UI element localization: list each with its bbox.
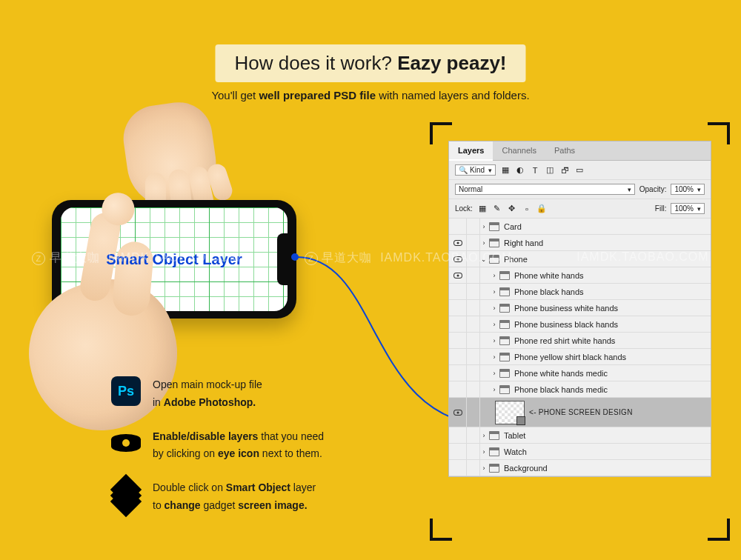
folder-icon xyxy=(499,385,510,394)
instruction-row: Double click on Smart Object layer to ch… xyxy=(111,479,430,515)
layer-row[interactable]: ›Watch xyxy=(449,444,711,460)
panel-tabs: Layers Channels Paths xyxy=(449,141,711,161)
expand-arrow[interactable]: › xyxy=(491,386,498,393)
visibility-toggle[interactable] xyxy=(449,381,467,397)
lock-position-icon[interactable]: ✥ xyxy=(507,204,517,213)
filter-smartobject-icon[interactable]: 🗗 xyxy=(559,166,570,175)
expand-arrow[interactable]: › xyxy=(480,223,488,230)
folder-icon xyxy=(489,239,499,247)
filter-adjustment-icon[interactable]: ◐ xyxy=(515,165,525,175)
tab-layers[interactable]: Layers xyxy=(449,141,493,161)
opacity-label: Opacity: xyxy=(639,185,667,193)
filter-type-icon[interactable]: T xyxy=(530,166,540,175)
tab-paths[interactable]: Paths xyxy=(545,141,584,160)
visibility-toggle[interactable] xyxy=(449,251,467,267)
layer-name: Watch xyxy=(502,447,527,456)
visibility-toggle[interactable] xyxy=(449,219,467,234)
layer-row[interactable]: ›Phone white hands medic xyxy=(449,365,711,381)
instructions: Ps Open main mock-up file in Adobe Photo… xyxy=(111,376,430,531)
layer-row[interactable]: ›Card xyxy=(449,219,711,235)
lock-pixels-icon[interactable]: ▦ xyxy=(477,204,488,213)
opacity-input[interactable]: 100% xyxy=(671,184,705,195)
layer-name: Phone white hands xyxy=(513,271,584,280)
blend-row: Normal Opacity: 100% xyxy=(449,180,711,199)
folder-icon xyxy=(489,447,499,456)
layer-name: Phone black hands xyxy=(513,287,584,296)
layer-row[interactable]: ›Phone yellow shirt black hands xyxy=(449,349,711,365)
smart-object-thumbnail[interactable] xyxy=(495,401,525,424)
filter-artboard-icon[interactable]: ▭ xyxy=(574,165,585,175)
visibility-toggle[interactable] xyxy=(449,316,467,332)
lock-col xyxy=(467,365,480,381)
expand-arrow[interactable]: › xyxy=(480,432,488,439)
lock-col xyxy=(467,398,480,427)
visibility-toggle[interactable] xyxy=(449,267,467,283)
lock-col xyxy=(467,349,480,364)
layer-row[interactable]: ›Phone red shirt white hands xyxy=(449,333,711,349)
layer-row[interactable]: ›Phone black hands xyxy=(449,284,711,300)
smart-object-layer[interactable]: <- PHONE SCREEN DESIGN xyxy=(449,398,711,427)
expand-arrow[interactable]: ⌄ xyxy=(480,256,488,263)
eye-icon xyxy=(453,410,462,416)
layer-row[interactable]: ›Phone business black hands xyxy=(449,316,711,333)
lock-brush-icon[interactable]: ✎ xyxy=(492,204,502,213)
visibility-toggle[interactable] xyxy=(449,460,467,476)
visibility-toggle[interactable] xyxy=(449,284,467,299)
expand-arrow[interactable]: › xyxy=(491,337,498,344)
visibility-toggle[interactable] xyxy=(449,427,467,443)
layer-row[interactable]: ⌄Phone xyxy=(449,251,711,267)
visibility-toggle[interactable] xyxy=(449,398,467,427)
blend-mode-select[interactable]: Normal xyxy=(455,184,635,195)
filter-kind-select[interactable]: 🔍 Kind xyxy=(455,164,496,176)
filter-image-icon[interactable]: ▦ xyxy=(500,165,511,175)
folder-icon xyxy=(499,320,510,329)
layer-name: Phone black hands medic xyxy=(513,385,608,394)
frame-corner xyxy=(430,519,452,541)
expand-arrow[interactable]: › xyxy=(491,321,498,328)
fill-input[interactable]: 100% xyxy=(671,203,705,214)
lock-all-icon[interactable]: 🔒 xyxy=(536,204,547,213)
visibility-toggle[interactable] xyxy=(449,333,467,348)
expand-arrow[interactable]: › xyxy=(480,448,488,456)
visibility-toggle[interactable] xyxy=(449,365,467,381)
layer-row[interactable]: ›Background xyxy=(449,460,711,476)
lock-col xyxy=(467,235,480,250)
layers-list: ›Card›Right hand⌄Phone›Phone white hands… xyxy=(449,219,711,476)
visibility-toggle[interactable] xyxy=(449,300,467,316)
expand-arrow[interactable]: › xyxy=(491,272,498,279)
expand-arrow[interactable]: › xyxy=(491,304,498,312)
layer-name: Tablet xyxy=(502,431,525,440)
instruction-row: Ps Open main mock-up file in Adobe Photo… xyxy=(111,376,430,412)
layer-row[interactable]: ›Phone white hands xyxy=(449,267,711,284)
visibility-toggle[interactable] xyxy=(449,235,467,250)
expand-arrow[interactable]: › xyxy=(491,370,498,377)
smart-object-label: <- PHONE SCREEN DESIGN xyxy=(529,408,633,416)
layer-row[interactable]: ›Phone black hands medic xyxy=(449,381,711,398)
filter-shape-icon[interactable]: ◫ xyxy=(545,165,555,175)
expand-arrow[interactable]: › xyxy=(480,464,488,472)
layer-name: Phone business white hands xyxy=(513,304,618,313)
phone-notch xyxy=(277,233,288,285)
heading: How does it work? Eazy peazy! xyxy=(215,44,525,82)
layer-row[interactable]: ›Right hand xyxy=(449,235,711,251)
expand-arrow[interactable]: › xyxy=(491,288,498,296)
layers-panel: Layers Channels Paths 🔍 Kind ▦ ◐ T ◫ 🗗 ▭… xyxy=(448,141,711,477)
lock-artboard-icon[interactable]: ▫ xyxy=(522,204,532,213)
instruction-text: Double click on Smart Object layer to ch… xyxy=(153,479,316,515)
eye-icon xyxy=(453,256,462,262)
visibility-toggle[interactable] xyxy=(449,349,467,364)
expand-arrow[interactable]: › xyxy=(480,239,488,247)
layer-name: Card xyxy=(502,222,522,231)
layer-row[interactable]: ›Tablet xyxy=(449,427,711,444)
lock-col xyxy=(467,267,480,283)
tab-channels[interactable]: Channels xyxy=(493,141,545,160)
layer-row[interactable]: ›Phone business white hands xyxy=(449,300,711,316)
expand-arrow[interactable]: › xyxy=(491,353,498,361)
lock-col xyxy=(467,427,480,443)
folder-icon xyxy=(499,287,510,296)
eye-icon xyxy=(111,428,141,458)
visibility-toggle[interactable] xyxy=(449,444,467,459)
lock-col xyxy=(467,460,480,476)
layer-name: Right hand xyxy=(502,239,543,247)
layer-name: Phone xyxy=(502,255,528,264)
